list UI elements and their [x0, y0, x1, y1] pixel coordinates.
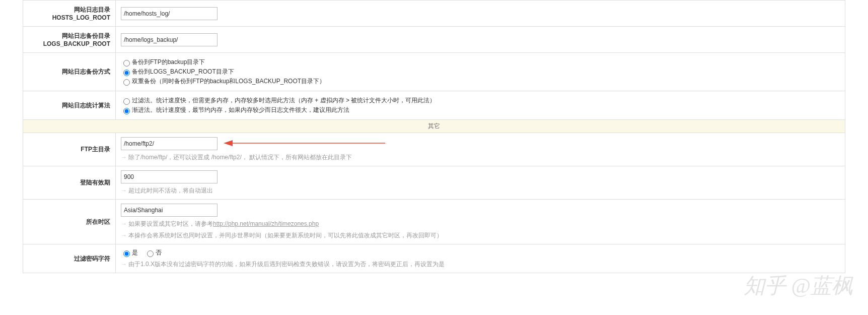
label-logs-backup-root: 网站日志备份目录 LOGS_BACKUP_ROOT	[23, 27, 116, 53]
hint-ftp-root-text: 除了/home/ftp/，还可以设置成 /home/ftp2/， 默认情况下，所…	[128, 154, 352, 161]
hint-ftp-root: →除了/home/ftp/，还可以设置成 /home/ftp2/， 默认情况下，…	[121, 153, 840, 162]
label-hosts-log-root-en: HOSTS_LOG_ROOT	[27, 14, 110, 21]
row-logs-backup-root: 网站日志备份目录 LOGS_BACKUP_ROOT	[23, 27, 845, 53]
radio-backup-ftp[interactable]	[123, 60, 130, 67]
hint-timezone-1: →如果要设置成其它时区，请参考http://php.net/manual/zh/…	[121, 220, 840, 228]
radio-backup-both-label: 双重备份（同时备份到FTP的backup和LOGS_BACKUP_ROOT目录下…	[132, 78, 325, 85]
label-logs-backup-root-cn: 网站日志备份目录	[27, 32, 110, 40]
label-pwd-filter: 过滤密码字符	[23, 244, 116, 273]
row-login-expire: 登陆有效期 →超过此时间不活动，将自动退出	[23, 166, 845, 200]
row-hosts-log-root: 网站日志目录 HOSTS_LOG_ROOT	[23, 1, 845, 27]
arrow-icon: →	[121, 220, 127, 227]
radio-stats-filter-label: 过滤法。统计速度快，但需更多内存，内存较多时选用此方法（内存 + 虚拟内存 > …	[132, 97, 436, 104]
row-timezone: 所在时区 →如果要设置成其它时区，请参考http://php.net/manua…	[23, 200, 845, 244]
row-pwd-filter: 过滤密码字符 是 否 →由于1.0.X版本没有过滤密码字符的功能，如果升级后遇到…	[23, 244, 845, 273]
label-logs-backup-root-en: LOGS_BACKUP_ROOT	[27, 40, 110, 47]
row-stats-method: 网站日志统计算法 过滤法。统计速度快，但需更多内存，内存较多时选用此方法（内存 …	[23, 91, 845, 120]
arrow-icon: →	[121, 261, 127, 268]
label-backup-method: 网站日志备份方式	[23, 53, 116, 91]
arrow-icon: →	[121, 154, 127, 161]
arrow-icon: →	[121, 232, 127, 239]
radio-stats-filter[interactable]	[123, 98, 130, 105]
label-hosts-log-root-cn: 网站日志目录	[27, 6, 110, 14]
radio-backup-ftp-label: 备份到FTP的backup目录下	[132, 58, 205, 66]
radio-stats-progressive-label: 渐进法。统计速度慢，最节约内存，如果内存较少而日志文件很大，建议用此方法	[132, 106, 349, 113]
hint-timezone-1-pre: 如果要设置成其它时区，请参考	[128, 220, 213, 227]
hint-login-expire-text: 超过此时间不活动，将自动退出	[128, 187, 213, 194]
input-hosts-log-root[interactable]	[121, 7, 218, 20]
radio-backup-logs-label: 备份到LOGS_BACKUP_ROOT目录下	[132, 68, 234, 75]
radio-backup-both[interactable]	[123, 79, 130, 86]
radio-pwd-yes[interactable]	[123, 250, 130, 257]
input-timezone[interactable]	[121, 204, 218, 217]
annotation-arrow-icon	[222, 138, 388, 148]
hint-timezone-2: →本操作会将系统时区也同时设置，并同步世界时间（如果要更新系统时间，可以先将此值…	[121, 231, 840, 240]
input-logs-backup-root[interactable]	[121, 33, 218, 46]
radio-backup-logs[interactable]	[123, 70, 130, 76]
hint-pwd-filter-text: 由于1.0.X版本没有过滤密码字符的功能，如果升级后遇到密码检查失败错误，请设置…	[128, 261, 445, 268]
svg-marker-1	[224, 140, 233, 146]
arrow-icon: →	[121, 187, 127, 194]
row-backup-method: 网站日志备份方式 备份到FTP的backup目录下 备份到LOGS_BACKUP…	[23, 53, 845, 91]
link-timezones-php[interactable]: http://php.net/manual/zh/timezones.php	[213, 220, 319, 227]
row-ftp-root: FTP主目录 →除了/home/ftp/，还可以设置成 /home/ftp2/，…	[23, 133, 845, 166]
label-timezone: 所在时区	[23, 200, 116, 244]
radio-pwd-no-label: 否	[156, 249, 162, 256]
radio-pwd-yes-label: 是	[132, 249, 138, 256]
input-ftp-root[interactable]	[121, 137, 218, 150]
radio-pwd-no[interactable]	[147, 250, 154, 257]
label-ftp-root: FTP主目录	[23, 133, 116, 166]
radio-stats-progressive[interactable]	[123, 108, 130, 114]
hint-timezone-2-text: 本操作会将系统时区也同时设置，并同步世界时间（如果要更新系统时间，可以先将此值改…	[128, 232, 443, 239]
label-login-expire: 登陆有效期	[23, 166, 116, 200]
hint-login-expire: →超过此时间不活动，将自动退出	[121, 186, 840, 195]
input-login-expire[interactable]	[121, 170, 218, 183]
label-hosts-log-root: 网站日志目录 HOSTS_LOG_ROOT	[23, 1, 116, 27]
hint-pwd-filter: →由于1.0.X版本没有过滤密码字符的功能，如果升级后遇到密码检查失败错误，请设…	[121, 260, 840, 269]
section-header-other: 其它	[23, 120, 845, 133]
label-stats-method: 网站日志统计算法	[23, 91, 116, 120]
section-header-other-text: 其它	[23, 120, 845, 133]
